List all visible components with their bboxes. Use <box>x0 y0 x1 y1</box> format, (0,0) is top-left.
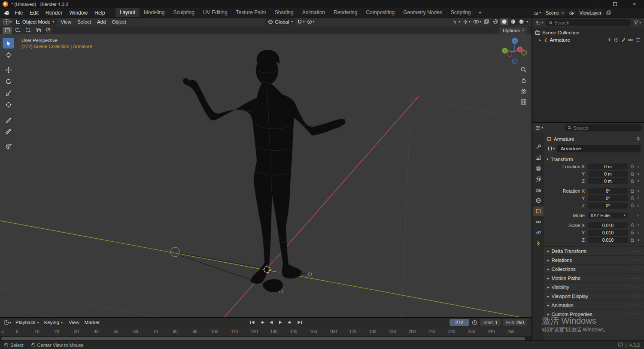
scrollbar-handle[interactable] <box>1 337 525 340</box>
animate-dot[interactable] <box>636 205 641 206</box>
properties-tab-object-data[interactable] <box>533 239 544 248</box>
lock-icon[interactable] <box>629 237 635 242</box>
properties-tab-scene[interactable] <box>533 185 544 194</box>
play-reverse-button[interactable] <box>267 319 275 326</box>
tool-transform[interactable] <box>3 99 14 110</box>
lock-icon[interactable] <box>629 188 635 193</box>
animate-dot[interactable] <box>636 232 641 234</box>
tool-cursor[interactable] <box>3 49 14 60</box>
collapsed-panel[interactable]: ▸ Viewport Display :::: <box>544 291 644 300</box>
menu-item[interactable]: Render <box>42 9 66 17</box>
properties-tab-view-layer[interactable] <box>533 174 544 184</box>
value-field[interactable]: 0° <box>588 188 628 194</box>
workspace-tab[interactable]: Compositing <box>361 8 399 17</box>
lock-icon[interactable] <box>629 164 635 169</box>
animate-dot[interactable] <box>636 180 641 182</box>
armature-data-icon[interactable] <box>621 37 626 42</box>
panel-drag-handle[interactable]: :::: <box>629 258 641 262</box>
add-workspace-button[interactable]: + <box>475 10 485 16</box>
value-field[interactable]: 0° <box>588 195 628 201</box>
lock-icon[interactable] <box>629 171 635 176</box>
use-preview-range-icon[interactable] <box>471 319 478 326</box>
panel-drag-handle[interactable]: :::: <box>629 276 641 280</box>
close-button[interactable]: × <box>625 0 644 8</box>
select-mode-intersect-button[interactable] <box>44 27 53 34</box>
properties-tab-output[interactable] <box>533 164 544 173</box>
next-keyframe-button[interactable] <box>286 319 294 326</box>
rotation-mode-dropdown[interactable]: XYZ Euler ▾ <box>588 212 628 219</box>
camera-view-icon[interactable] <box>519 87 528 95</box>
value-field[interactable]: 0.010 <box>588 237 628 243</box>
frame-start-field[interactable]: Start 1 <box>480 319 501 326</box>
collapsed-panel[interactable]: ▸ Animation :::: <box>544 300 644 310</box>
outliner-row-scene-collection[interactable]: Scene Collection <box>534 29 642 36</box>
shading-rendered-button[interactable] <box>517 18 526 25</box>
filter-icon[interactable]: ▾ <box>633 19 642 26</box>
value-field[interactable]: 0.010 <box>588 230 628 236</box>
expand-caret-icon[interactable]: ▸ <box>539 38 541 42</box>
editor-type-icon[interactable]: ▾ <box>3 18 12 25</box>
panel-drag-handle[interactable]: :::: <box>629 312 641 316</box>
lock-icon[interactable] <box>629 223 635 228</box>
scene-browse-icon[interactable]: ▾ <box>532 9 542 16</box>
collapsed-panel[interactable]: ▸ Custom Properties :::: <box>544 310 644 319</box>
toggle-projection-icon[interactable] <box>519 97 528 106</box>
properties-tab-physics[interactable] <box>533 228 544 237</box>
panel-drag-handle[interactable]: :::: <box>629 294 641 298</box>
value-field[interactable]: 0 m <box>588 171 628 177</box>
workspace-tab[interactable]: Geometry Nodes <box>399 8 447 17</box>
selectability-visibility-dropdown[interactable]: ▾ <box>452 18 461 25</box>
disable-in-render-icon[interactable] <box>635 38 641 42</box>
workspace-tab[interactable]: Texture Paint <box>232 8 270 17</box>
minimize-button[interactable] <box>586 0 605 8</box>
collapsed-panel[interactable]: ▸ Motion Paths :::: <box>544 273 644 282</box>
value-field[interactable]: 0° <box>588 203 628 209</box>
lock-icon[interactable] <box>629 203 635 208</box>
workspace-tab[interactable]: Rendering <box>329 8 361 17</box>
timeline-ruler[interactable]: « 01020304050607080901001101201301401501… <box>0 327 532 336</box>
options-dropdown[interactable]: Options ▾ <box>499 27 527 34</box>
viewport-menu-item[interactable]: View <box>58 19 74 25</box>
properties-tab-render[interactable] <box>533 153 544 162</box>
tool-add-cube[interactable] <box>3 141 14 152</box>
timeline-menu-item[interactable]: Marker <box>82 319 103 325</box>
blender-menu-icon[interactable] <box>2 9 11 16</box>
animation-icon[interactable] <box>614 37 619 42</box>
viewlayer-selector[interactable]: ViewLayer <box>577 9 604 16</box>
tool-move[interactable] <box>3 64 14 75</box>
scene-selector[interactable]: Scene × <box>544 9 567 16</box>
select-mode-extend-button[interactable] <box>13 27 22 34</box>
animate-dot[interactable] <box>636 225 641 226</box>
object-name-input[interactable] <box>561 146 637 151</box>
menu-item[interactable]: Window <box>66 9 91 17</box>
lock-icon[interactable] <box>629 230 635 235</box>
timeline-editor-type-icon[interactable]: ▾ <box>3 319 12 326</box>
viewport-3d[interactable]: Z Y X User Perspective (272) Scene Colle… <box>0 34 532 317</box>
properties-search[interactable] <box>565 124 642 131</box>
jump-to-end-button[interactable] <box>295 319 304 326</box>
workspace-tab[interactable]: Sculpting <box>169 8 199 17</box>
tool-annotate[interactable] <box>3 114 14 125</box>
workspace-tab[interactable]: Scripting <box>447 8 475 17</box>
outliner-search[interactable] <box>546 19 631 26</box>
timeline-menu-item[interactable]: Playback▾ <box>13 319 42 325</box>
workspace-tab[interactable]: Modeling <box>140 8 169 17</box>
transform-panel-header[interactable]: ▾ Transform <box>547 155 641 163</box>
select-mode-set-button[interactable] <box>3 27 12 34</box>
workspace-tab[interactable]: UV Editing <box>199 8 232 17</box>
menu-item[interactable]: Help <box>91 9 109 17</box>
panel-drag-handle[interactable]: :::: <box>629 249 641 253</box>
properties-tab-constraints[interactable] <box>533 217 544 227</box>
snap-magnet-icon[interactable]: ▾ <box>296 18 305 25</box>
properties-tab-tool[interactable] <box>533 142 544 152</box>
frame-end-field[interactable]: End 250 <box>503 319 527 326</box>
properties-search-input[interactable] <box>573 125 639 130</box>
previous-keyframe-button[interactable] <box>258 319 266 326</box>
animate-dot[interactable] <box>636 173 641 175</box>
object-name-field[interactable] <box>557 145 641 152</box>
tool-select-box[interactable] <box>3 38 14 49</box>
value-field[interactable]: 0.010 <box>588 222 628 228</box>
xray-toggle[interactable] <box>483 18 490 25</box>
viewport-menu-item[interactable]: Add <box>94 19 109 25</box>
mode-dropdown[interactable]: Object Mode ▾ <box>13 18 57 25</box>
